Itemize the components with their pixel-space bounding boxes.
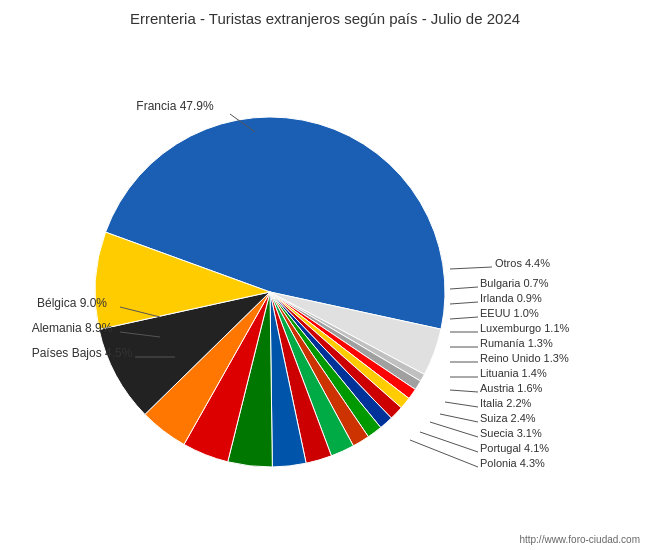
svg-line-15: [430, 422, 478, 437]
svg-line-13: [445, 402, 478, 407]
label-austria: Austria 1.6%: [480, 382, 543, 394]
label-belgica: Bélgica 9.0%: [37, 296, 107, 310]
label-francia: Francia 47.9%: [136, 99, 214, 113]
label-lituania: Lituania 1.4%: [480, 367, 547, 379]
svg-line-7: [450, 317, 478, 319]
label-suiza: Suiza 2.4%: [480, 412, 536, 424]
pie-chart: Francia 47.9% Bélgica 9.0% Alemania 8.9%…: [0, 32, 650, 522]
label-otros: Otros 4.4%: [495, 257, 550, 269]
label-bulgaria: Bulgaria 0.7%: [480, 277, 549, 289]
svg-line-5: [450, 287, 478, 289]
label-irlanda: Irlanda 0.9%: [480, 292, 542, 304]
footer: http://www.foro-ciudad.com: [519, 534, 640, 545]
label-suecia: Suecia 3.1%: [480, 427, 542, 439]
label-luxemburgo: Luxemburgo 1.1%: [480, 322, 569, 334]
label-polonia: Polonia 4.3%: [480, 457, 545, 469]
label-italia: Italia 2.2%: [480, 397, 532, 409]
svg-line-6: [450, 302, 478, 304]
svg-line-17: [410, 440, 478, 467]
label-reino-unido: Reino Unido 1.3%: [480, 352, 569, 364]
label-portugal: Portugal 4.1%: [480, 442, 549, 454]
svg-line-4: [450, 267, 492, 269]
page-title: Errenteria - Turistas extranjeros según …: [0, 0, 650, 32]
label-alemania: Alemania 8.9%: [32, 321, 113, 335]
svg-line-16: [420, 432, 478, 452]
footer-url: http://www.foro-ciudad.com: [519, 534, 640, 545]
label-eeuu: EEUU 1.0%: [480, 307, 539, 319]
svg-line-14: [440, 414, 478, 422]
label-rumania: Rumanía 1.3%: [480, 337, 553, 349]
chart-container: Francia 47.9% Bélgica 9.0% Alemania 8.9%…: [0, 32, 650, 522]
svg-line-12: [450, 390, 478, 392]
header: Errenteria - Turistas extranjeros según …: [0, 0, 650, 32]
label-paises-bajos: Países Bajos 4.5%: [32, 346, 133, 360]
